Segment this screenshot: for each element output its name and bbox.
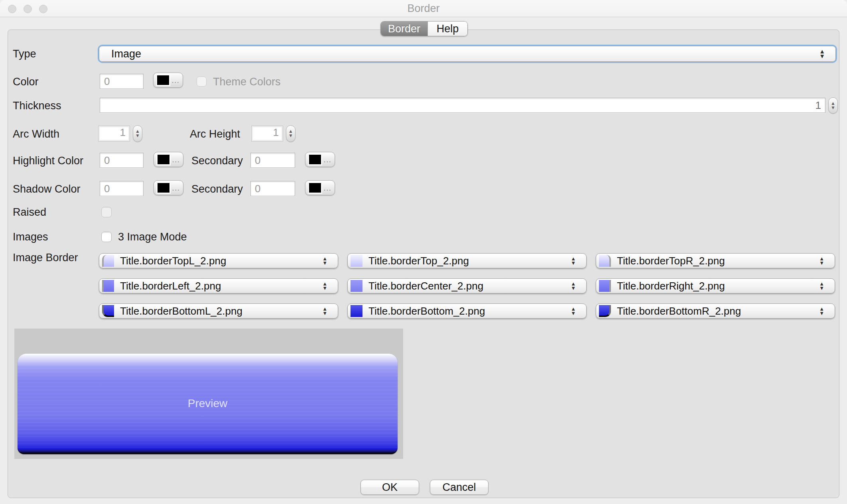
type-select[interactable]: Image ▲▼ xyxy=(98,45,837,63)
combo-arrows-icon: ▲▼ xyxy=(819,307,824,315)
raised-label: Raised xyxy=(13,206,46,219)
shadow-secondary-label: Secondary xyxy=(191,183,243,195)
arc-width-spinner[interactable]: ▲ ▼ xyxy=(133,125,142,142)
combo-arrows-icon: ▲▼ xyxy=(819,49,825,59)
arc-width-label: Arc Width xyxy=(13,128,59,140)
cancel-button[interactable]: Cancel xyxy=(430,480,489,495)
shadow-picker-ellipsis: ... xyxy=(172,183,180,193)
highlight-secondary-label: Secondary xyxy=(191,155,243,167)
shadow-secondary-swatch-button[interactable]: ... xyxy=(305,180,335,195)
three-image-mode-label: 3 Image Mode xyxy=(118,231,187,243)
spinner-down-icon[interactable]: ▼ xyxy=(831,106,835,110)
shadow-swatch-button[interactable]: ... xyxy=(154,180,183,195)
image-border-bottom-right-select[interactable]: Title.borderBottomR_2.png ▲▼ xyxy=(596,303,835,319)
tab-border[interactable]: Border xyxy=(381,22,427,36)
shadow-swatch xyxy=(156,182,171,194)
image-border-top-left-select[interactable]: Title.borderTopL_2.png ▲▼ xyxy=(99,253,338,268)
preview-area: Preview xyxy=(14,329,403,459)
image-border-top-select[interactable]: Title.borderTop_2.png ▲▼ xyxy=(347,253,587,268)
window-title: Border xyxy=(0,0,847,17)
image-border-top-right-select[interactable]: Title.borderTopR_2.png ▲▼ xyxy=(596,253,835,268)
color-value-field[interactable]: 0 xyxy=(100,74,144,89)
images-label: Images xyxy=(13,231,48,243)
border-center-thumbnail-icon xyxy=(351,280,362,292)
border-dialog: Border Border Help Type Image ▲▼ Color 0… xyxy=(0,0,847,504)
border-right-thumbnail-icon xyxy=(599,280,611,292)
shadow-secondary-swatch xyxy=(308,182,322,194)
arc-height-spinner[interactable]: ▲ ▼ xyxy=(286,125,295,142)
preview-label: Preview xyxy=(18,354,398,453)
tab-group: Border Help xyxy=(380,21,468,36)
border-bottom-right-thumbnail-icon xyxy=(599,305,611,317)
combo-arrows-icon: ▲▼ xyxy=(571,256,576,265)
theme-colors-label: Theme Colors xyxy=(213,76,281,88)
title-bar: Border xyxy=(0,0,847,17)
thickness-spinner[interactable]: ▲ ▼ xyxy=(828,97,838,114)
shadow-color-field[interactable]: 0 xyxy=(100,181,144,196)
highlight-secondary-swatch-button[interactable]: ... xyxy=(305,152,335,167)
spinner-down-icon[interactable]: ▼ xyxy=(288,134,293,138)
color-picker-ellipsis: ... xyxy=(171,76,179,85)
combo-arrows-icon: ▲▼ xyxy=(571,307,576,315)
combo-arrows-icon: ▲▼ xyxy=(322,307,327,315)
combo-arrows-icon: ▲▼ xyxy=(571,282,576,290)
image-border-bottom-left-select[interactable]: Title.borderBottomL_2.png ▲▼ xyxy=(99,303,338,319)
type-label: Type xyxy=(13,48,36,60)
thickness-label: Thickness xyxy=(13,100,61,112)
combo-arrows-icon: ▲▼ xyxy=(322,256,327,265)
border-top-thumbnail-icon xyxy=(351,255,362,267)
thickness-field[interactable]: 1 xyxy=(100,98,825,113)
border-top-left-thumbnail-icon xyxy=(102,255,114,267)
combo-arrows-icon: ▲▼ xyxy=(819,282,824,290)
shadow-secondary-field[interactable]: 0 xyxy=(250,181,295,196)
image-border-bottom-select[interactable]: Title.borderBottom_2.png ▲▼ xyxy=(347,303,587,319)
image-border-left-select[interactable]: Title.borderLeft_2.png ▲▼ xyxy=(99,278,338,293)
shadow-color-label: Shadow Color xyxy=(13,183,81,195)
preview-border-rendering: Preview xyxy=(18,354,398,454)
image-border-right-select[interactable]: Title.borderRight_2.png ▲▼ xyxy=(596,278,835,293)
combo-arrows-icon: ▲▼ xyxy=(322,282,327,290)
highlight-secondary-swatch xyxy=(308,154,322,165)
raised-checkbox[interactable] xyxy=(101,207,112,217)
three-image-mode-checkbox[interactable] xyxy=(101,232,112,242)
highlight-swatch xyxy=(156,154,171,165)
highlight-swatch-button[interactable]: ... xyxy=(154,152,183,167)
border-top-right-thumbnail-icon xyxy=(599,255,611,267)
arc-width-field[interactable]: 1 xyxy=(98,126,130,142)
color-swatch-button[interactable]: ... xyxy=(153,73,183,88)
border-bottom-left-thumbnail-icon xyxy=(102,305,114,317)
border-left-thumbnail-icon xyxy=(102,280,114,292)
ok-button[interactable]: OK xyxy=(360,480,419,495)
shadow-secondary-picker-ellipsis: ... xyxy=(323,183,331,193)
tab-help[interactable]: Help xyxy=(427,22,467,36)
highlight-color-field[interactable]: 0 xyxy=(100,153,144,168)
arc-height-label: Arc Height xyxy=(190,128,240,140)
image-border-label: Image Border xyxy=(13,252,78,264)
arc-height-field[interactable]: 1 xyxy=(251,126,283,142)
highlight-secondary-field[interactable]: 0 xyxy=(250,153,295,168)
color-label: Color xyxy=(13,76,39,88)
border-bottom-thumbnail-icon xyxy=(351,305,362,317)
type-select-value: Image xyxy=(111,48,141,60)
image-border-center-select[interactable]: Title.borderCenter_2.png ▲▼ xyxy=(347,278,587,293)
highlight-secondary-picker-ellipsis: ... xyxy=(323,155,331,164)
highlight-picker-ellipsis: ... xyxy=(172,155,180,164)
theme-colors-checkbox[interactable] xyxy=(197,77,207,87)
spinner-down-icon[interactable]: ▼ xyxy=(135,134,140,138)
color-swatch xyxy=(156,74,170,86)
combo-arrows-icon: ▲▼ xyxy=(819,256,824,265)
highlight-color-label: Highlight Color xyxy=(13,155,83,167)
